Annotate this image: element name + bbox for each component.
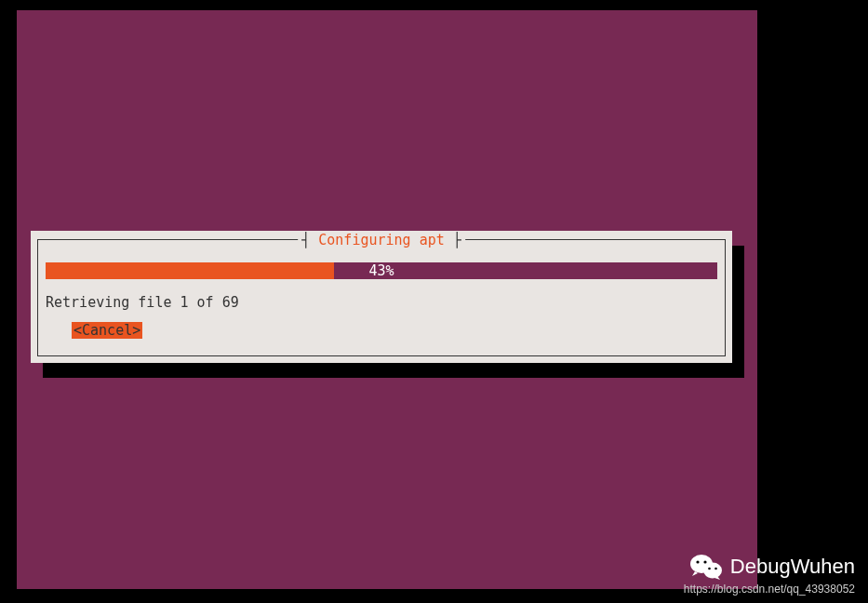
svg-point-3 xyxy=(703,560,706,563)
progress-bar: 43% xyxy=(46,262,717,279)
status-text: Retrieving file 1 of 69 xyxy=(46,294,239,311)
watermark: DebugWuhen xyxy=(689,553,855,581)
dialog-border: Configuring apt 43% Retrieving file 1 of… xyxy=(37,239,726,356)
cancel-button[interactable]: <Cancel> xyxy=(72,322,142,339)
svg-point-2 xyxy=(696,560,699,563)
progress-percent-label: 43% xyxy=(368,262,394,279)
svg-point-4 xyxy=(708,568,711,570)
watermark-name: DebugWuhen xyxy=(730,555,855,579)
progress-fill xyxy=(46,262,334,279)
wechat-icon xyxy=(689,553,723,581)
configuring-apt-dialog: Configuring apt 43% Retrieving file 1 of… xyxy=(31,231,732,363)
svg-point-5 xyxy=(714,568,717,570)
dialog-title: Configuring apt xyxy=(298,232,465,248)
svg-point-1 xyxy=(703,563,722,579)
watermark-url: https://blog.csdn.net/qq_43938052 xyxy=(684,583,855,596)
